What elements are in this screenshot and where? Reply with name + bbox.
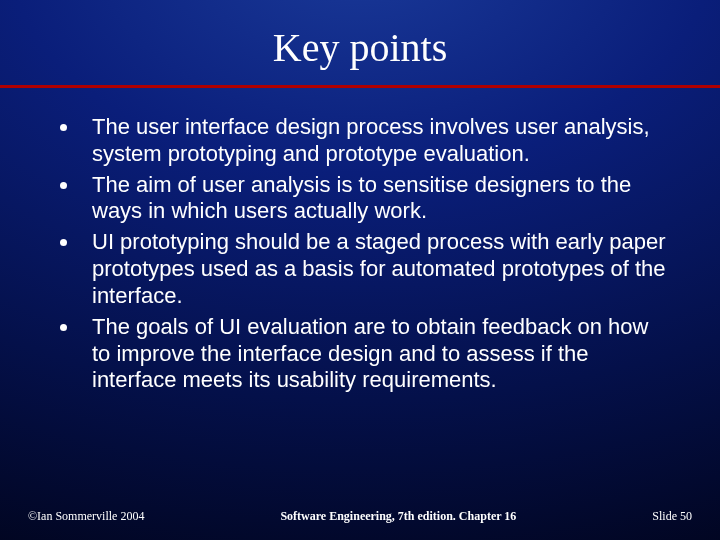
slide-footer: ©Ian Sommerville 2004 Software Engineeri… [0,509,720,524]
bullet-text: UI prototyping should be a staged proces… [92,229,666,308]
list-item: UI prototyping should be a staged proces… [50,229,670,309]
slide: Key points The user interface design pro… [0,0,720,540]
bullet-text: The aim of user analysis is to sensitise… [92,172,631,224]
bullet-list: The user interface design process involv… [50,114,670,394]
slide-body: The user interface design process involv… [0,88,720,394]
slide-title: Key points [0,0,720,85]
footer-slide-number: Slide 50 [652,509,692,524]
bullet-text: The goals of UI evaluation are to obtain… [92,314,648,393]
footer-copyright: ©Ian Sommerville 2004 [28,509,144,524]
list-item: The aim of user analysis is to sensitise… [50,172,670,226]
footer-book-chapter: Software Engineering, 7th edition. Chapt… [280,509,516,524]
list-item: The user interface design process involv… [50,114,670,168]
list-item: The goals of UI evaluation are to obtain… [50,314,670,394]
bullet-text: The user interface design process involv… [92,114,650,166]
